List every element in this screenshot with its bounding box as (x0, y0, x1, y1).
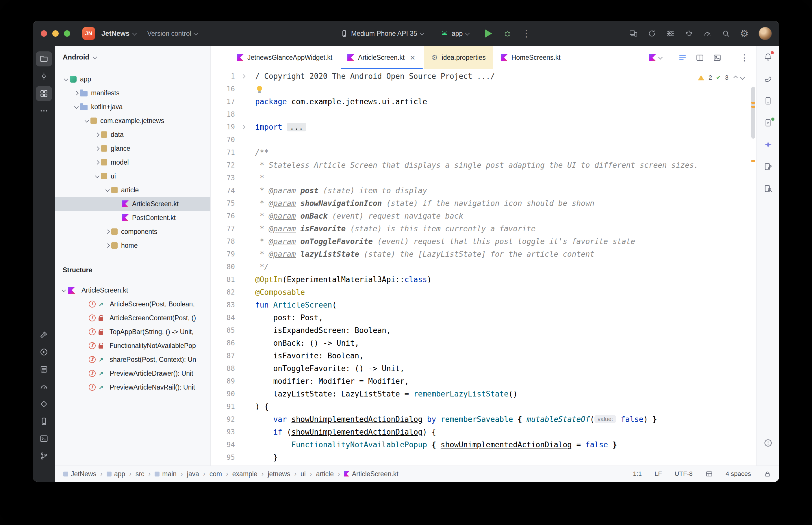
sdk-manager-icon[interactable] (666, 29, 675, 38)
more-tool-windows-icon[interactable] (36, 103, 52, 118)
notifications-bell-icon[interactable] (760, 50, 776, 63)
line-number[interactable]: 86 (211, 337, 235, 349)
breadcrumb-item[interactable]: jetnews (268, 470, 290, 478)
project-view-selector[interactable]: Android (55, 50, 210, 64)
device-mirroring-icon[interactable] (629, 29, 638, 38)
project-tree-item[interactable]: PostContent.kt (55, 211, 210, 225)
line-number[interactable]: 93 (211, 426, 235, 438)
commit-tool-icon[interactable] (36, 69, 52, 84)
structure-item[interactable]: ArticleScreenContent(Post, () (55, 311, 210, 325)
line-number[interactable]: 16 (211, 82, 235, 95)
editor-tab[interactable]: JetnewsGlanceAppWidget.kt (229, 46, 340, 69)
chevron-down-icon[interactable] (61, 288, 66, 292)
structure-root-item[interactable]: ArticleScreen.kt (55, 283, 210, 297)
edit-document-icon[interactable] (760, 160, 776, 173)
chevron-down-icon[interactable] (84, 118, 89, 123)
sync-project-icon[interactable] (648, 29, 656, 38)
project-tool-icon[interactable] (36, 51, 52, 66)
run-button[interactable] (485, 29, 492, 38)
editor-tab[interactable]: ArticleScreen.kt (340, 46, 424, 69)
device-manager-icon[interactable] (760, 94, 776, 107)
hidden-tabs-dropdown[interactable] (649, 54, 662, 61)
breadcrumb-item[interactable]: ArticleScreen.kt (344, 470, 398, 478)
project-tree-item[interactable]: app (55, 72, 210, 86)
line-number[interactable]: 85 (211, 324, 235, 337)
project-tree-item[interactable]: ui (55, 169, 210, 183)
line-number[interactable]: 76 (211, 210, 235, 222)
editor-scrollbar[interactable] (750, 69, 756, 466)
line-number[interactable]: 94 (211, 438, 235, 451)
problems-icon[interactable] (760, 437, 776, 449)
chevron-down-icon[interactable] (95, 174, 99, 178)
line-number[interactable]: 17 (211, 95, 235, 108)
gemini-icon[interactable] (760, 138, 776, 151)
code-area[interactable]: 1/ Copyright 2020 The Android Open Sourc… (211, 69, 756, 466)
breadcrumb-item[interactable]: JetNews (63, 470, 96, 478)
line-number[interactable]: 70 (211, 133, 235, 146)
structure-item[interactable]: PreviewArticleDrawer(): Unit (55, 366, 210, 380)
line-number[interactable]: 75 (211, 197, 235, 210)
breadcrumb-item[interactable]: src (135, 470, 145, 478)
next-problem-icon[interactable] (740, 75, 745, 80)
chevron-right-icon[interactable] (95, 146, 99, 151)
project-tree-item[interactable]: com.example.jetnews (55, 114, 210, 127)
structure-item[interactable]: ArticleScreen(Post, Boolean, (55, 297, 210, 311)
logcat-tool-icon[interactable] (36, 362, 52, 377)
breadcrumb-item[interactable]: com (209, 470, 222, 478)
project-tree-item[interactable]: ArticleScreen.kt (55, 197, 210, 211)
project-tree-item[interactable]: model (55, 155, 210, 169)
preview-image-icon[interactable] (713, 54, 722, 62)
chevron-right-icon[interactable] (105, 229, 110, 234)
warning-stripe-mark[interactable] (751, 106, 755, 108)
project-tree-item[interactable]: kotlin+java (55, 100, 210, 114)
chevron-right-icon[interactable] (95, 132, 99, 137)
line-number[interactable]: 72 (211, 159, 235, 171)
close-tab-icon[interactable] (410, 54, 416, 62)
line-number[interactable]: 71 (211, 146, 235, 159)
chevron-right-icon[interactable] (105, 243, 110, 248)
line-number[interactable]: 18 (211, 108, 235, 121)
line-number[interactable]: 19 (211, 121, 235, 133)
intention-bulb-icon[interactable] (256, 86, 263, 93)
writable-lock-icon[interactable] (764, 470, 771, 478)
inspections-widget[interactable]: 2 3 (696, 73, 746, 82)
line-number[interactable]: 91 (211, 400, 235, 413)
app-quality-insights-tool-icon[interactable] (36, 396, 52, 411)
indent-style[interactable]: 4 spaces (726, 470, 751, 478)
run-configuration-selector[interactable]: app (440, 29, 469, 38)
avatar[interactable] (758, 27, 772, 40)
split-editor-icon[interactable] (696, 54, 704, 62)
settings-gear-icon[interactable] (740, 29, 749, 39)
minimize-window-button[interactable] (52, 30, 59, 37)
zoom-window-button[interactable] (64, 30, 70, 37)
chevron-down-icon[interactable] (63, 76, 68, 81)
structure-tool-icon[interactable] (36, 86, 52, 101)
warning-stripe-mark[interactable] (751, 160, 755, 162)
project-tree-item[interactable]: article (55, 183, 210, 197)
line-number[interactable]: 87 (211, 349, 235, 362)
fold-icon[interactable] (241, 74, 245, 78)
project-tree-item[interactable]: components (55, 225, 210, 239)
debug-button[interactable] (503, 29, 512, 38)
version-control-tool-icon[interactable] (36, 449, 52, 464)
close-window-button[interactable] (41, 30, 47, 37)
project-name-menu[interactable]: JetNews (101, 29, 136, 38)
line-number[interactable]: 89 (211, 375, 235, 388)
line-separator[interactable]: LF (654, 470, 662, 478)
profiler-tool-icon[interactable] (36, 379, 52, 394)
line-number[interactable]: 81 (211, 273, 235, 286)
structure-item[interactable]: PreviewArticleNavRail(): Unit (55, 380, 210, 394)
line-number[interactable]: 1 (211, 70, 235, 82)
caret-position[interactable]: 1:1 (633, 470, 642, 478)
line-number[interactable]: 79 (211, 248, 235, 260)
project-tree-item[interactable]: manifests (55, 86, 210, 100)
breadcrumb-item[interactable]: ui (300, 470, 306, 478)
device-explorer-tool-icon[interactable] (36, 414, 52, 429)
structure-item[interactable]: sharePost(Post, Context): Un (55, 352, 210, 366)
line-number[interactable]: 80 (211, 260, 235, 273)
line-number[interactable]: 90 (211, 388, 235, 400)
scrollbar-thumb[interactable] (751, 87, 755, 139)
vcs-menu[interactable]: Version control (147, 30, 197, 38)
editor-tab[interactable]: HomeScreens.kt (493, 46, 568, 69)
project-tree-item[interactable]: home (55, 239, 210, 252)
